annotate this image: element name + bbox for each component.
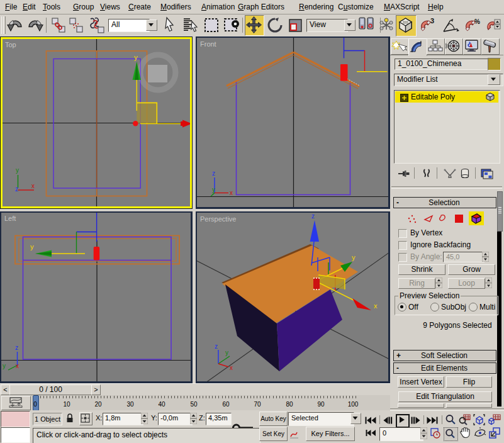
svg-text:Front: Front	[200, 40, 216, 48]
svg-text:Left: Left	[4, 215, 16, 222]
svg-text:%: %	[474, 18, 480, 25]
svg-text:x: x	[230, 189, 233, 196]
svg-text:z: z	[215, 343, 218, 350]
svg-text:y: y	[3, 362, 6, 369]
svg-text:y: y	[225, 349, 228, 356]
svg-text:x: x	[31, 182, 35, 189]
svg-text:y: y	[134, 53, 138, 61]
svg-text:3: 3	[430, 17, 434, 25]
svg-text:y: y	[352, 254, 356, 261]
svg-text:Perspective: Perspective	[200, 215, 236, 223]
svg-text:z: z	[212, 170, 215, 177]
svg-text:y: y	[212, 186, 215, 193]
svg-text:y: y	[30, 243, 34, 250]
svg-text:z: z	[15, 344, 18, 351]
svg-text:x: x	[374, 302, 378, 310]
svg-text:z: z	[15, 186, 18, 193]
svg-text:Top: Top	[5, 41, 16, 48]
svg-text:x: x	[16, 362, 19, 369]
svg-text:z: z	[311, 213, 315, 220]
svg-text:y: y	[16, 167, 19, 174]
svg-text:x: x	[230, 364, 233, 371]
